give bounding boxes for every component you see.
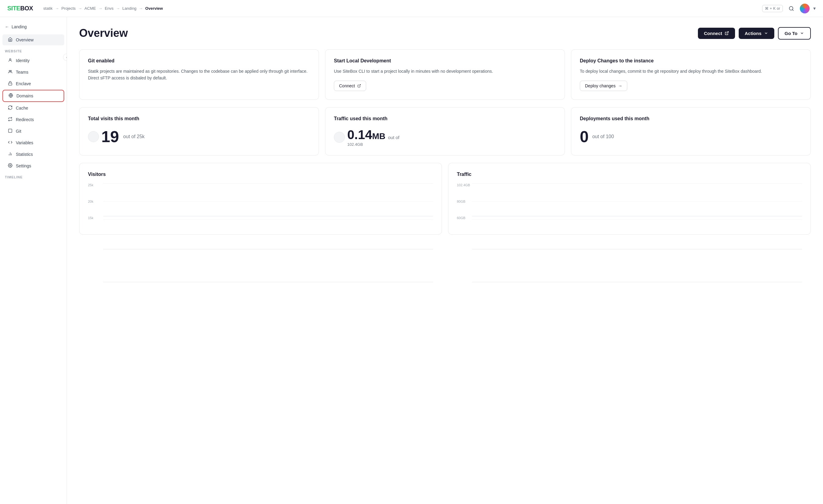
traffic-chart-card: Traffic 102.4GB 80GB 60GB xyxy=(448,163,811,235)
section-label-website: WEBSITE xyxy=(0,46,67,55)
breadcrumb-item-statik[interactable]: statik xyxy=(43,6,52,11)
home-icon xyxy=(7,37,13,43)
local-dev-card-body: Use SiteBox CLI to start a project local… xyxy=(334,68,556,74)
sidebar-item-enclave[interactable]: Enclave xyxy=(2,78,64,89)
traffic-y-label-2: 80GB xyxy=(457,200,470,203)
sidebar-item-statistics[interactable]: Statistics xyxy=(2,149,64,160)
breadcrumb-sep-1: → xyxy=(55,6,59,11)
back-arrow-icon: ← xyxy=(5,24,9,29)
svg-point-2 xyxy=(9,70,10,71)
sidebar-back-label: Landing xyxy=(12,24,27,29)
git-card-title: Git enabled xyxy=(88,58,310,63)
breadcrumb-sep-3: → xyxy=(98,6,102,11)
breadcrumb-item-envs[interactable]: Envs xyxy=(105,6,114,11)
traffic-value-row: 0.14MB out of 102.4GB xyxy=(334,128,556,147)
connect-local-label: Connect xyxy=(339,83,355,88)
svg-point-1 xyxy=(9,59,11,60)
statistics-icon xyxy=(7,152,13,157)
visitors-chart-area: 25k 20k 15k xyxy=(88,183,433,226)
deployments-number: 0 xyxy=(580,128,589,146)
logo[interactable]: SITE BOX xyxy=(7,5,33,12)
sidebar-back-button[interactable]: ← Landing xyxy=(0,22,67,34)
traffic-y-labels: 102.4GB 80GB 60GB xyxy=(457,183,470,220)
traffic-unit: MB xyxy=(372,132,386,141)
charts-grid: Visitors 25k 20k 15k xyxy=(79,163,811,235)
traffic-chart-svg xyxy=(472,183,802,282)
breadcrumb-item-landing[interactable]: Landing xyxy=(122,6,136,11)
local-dev-card: Start Local Development Use SiteBox CLI … xyxy=(325,49,565,100)
breadcrumb-sep-4: → xyxy=(116,6,120,11)
sidebar-enclave-label: Enclave xyxy=(16,81,31,86)
visitors-chart-card: Visitors 25k 20k 15k xyxy=(79,163,442,235)
topnav-left: SITE BOX statik → Projects → ACME → Envs… xyxy=(7,5,163,12)
svg-point-11 xyxy=(9,165,11,166)
page-header: Overview Connect Actions Go To xyxy=(79,27,811,39)
visitors-chart-title: Visitors xyxy=(88,172,433,177)
keyboard-shortcut[interactable]: ⌘ + K or xyxy=(762,5,783,12)
visits-circle-icon xyxy=(88,131,99,142)
domains-icon xyxy=(8,93,13,99)
traffic-y-label-3: 60GB xyxy=(457,216,470,220)
sidebar-item-identity[interactable]: Identity xyxy=(2,55,64,66)
git-enabled-card: Git enabled Statik projects are maintain… xyxy=(79,49,319,100)
breadcrumb-item-acme[interactable]: ACME xyxy=(85,6,96,11)
visitors-y-label-3: 15k xyxy=(88,216,101,220)
deployments-value-row: 0 out of 100 xyxy=(580,128,802,146)
logo-box: BOX xyxy=(20,5,33,12)
sidebar-item-teams[interactable]: Teams xyxy=(2,67,64,77)
breadcrumb: statik → Projects → ACME → Envs → Landin… xyxy=(43,6,163,11)
sidebar-item-git[interactable]: Git xyxy=(2,126,64,137)
kbd-cmd: ⌘ xyxy=(765,6,769,11)
sidebar-statistics-label: Statistics xyxy=(16,152,33,157)
visits-title: Total visits this month xyxy=(88,116,310,122)
visitors-chart-svg xyxy=(103,183,433,282)
sidebar-item-domains[interactable]: Domains xyxy=(2,90,64,102)
breadcrumb-item-projects[interactable]: Projects xyxy=(61,6,76,11)
connect-button[interactable]: Connect xyxy=(698,28,735,39)
traffic-y-label-1: 102.4GB xyxy=(457,183,470,187)
sidebar-item-redirects[interactable]: Redirects xyxy=(2,114,64,125)
deploy-changes-label: Deploy changes xyxy=(585,83,616,88)
sidebar-item-settings[interactable]: Settings xyxy=(2,160,64,171)
actions-button[interactable]: Actions xyxy=(739,28,774,39)
deploy-arrow-icon: → xyxy=(618,83,622,88)
search-button[interactable] xyxy=(787,4,796,13)
top-navigation: SITE BOX statik → Projects → ACME → Envs… xyxy=(0,0,823,17)
section-label-timeline: TIMELINE xyxy=(0,172,67,181)
deployments-suffix: out of 100 xyxy=(592,134,614,139)
deploy-card: Deploy Changes to the instance To deploy… xyxy=(571,49,811,100)
traffic-chart-area: 102.4GB 80GB 60GB xyxy=(457,183,802,226)
page-title: Overview xyxy=(79,27,128,39)
avatar[interactable] xyxy=(800,4,810,13)
breadcrumb-sep-5: → xyxy=(139,6,143,11)
stats-grid: Total visits this month 19 out of 25k Tr… xyxy=(79,107,811,156)
visits-value-row: 19 out of 25k xyxy=(88,128,310,146)
sidebar-settings-label: Settings xyxy=(16,163,31,168)
svg-line-13 xyxy=(359,85,361,87)
traffic-number-block: 0.14MB out of 102.4GB xyxy=(347,128,399,147)
visitors-y-labels: 25k 20k 15k xyxy=(88,183,101,220)
enclave-icon xyxy=(7,81,13,87)
goto-button[interactable]: Go To xyxy=(778,27,811,39)
user-menu-chevron[interactable]: ▾ xyxy=(813,5,816,11)
deploy-changes-button[interactable]: Deploy changes → xyxy=(580,80,627,91)
sidebar-teams-label: Teams xyxy=(16,70,28,74)
redirects-icon xyxy=(7,117,13,122)
connect-local-button[interactable]: Connect xyxy=(334,80,366,91)
sidebar-item-variables[interactable]: Variables xyxy=(2,137,64,148)
sidebar-domains-label: Domains xyxy=(16,94,33,98)
svg-point-3 xyxy=(10,70,12,71)
svg-rect-7 xyxy=(8,129,12,132)
traffic-title: Traffic used this month xyxy=(334,116,556,122)
svg-rect-4 xyxy=(8,83,12,85)
sidebar-identity-label: Identity xyxy=(16,58,29,63)
traffic-chart-title: Traffic xyxy=(457,172,802,177)
sidebar-item-overview[interactable]: Overview xyxy=(2,34,64,45)
goto-button-label: Go To xyxy=(785,31,797,36)
sidebar: ← Landing Overview WEBSITE Identity Team… xyxy=(0,17,67,504)
kbd-or: or xyxy=(777,6,780,11)
sidebar-item-cache[interactable]: Cache xyxy=(2,103,64,114)
cache-icon xyxy=(7,105,13,111)
breadcrumb-current: Overview xyxy=(145,6,163,11)
traffic-circle-icon xyxy=(334,132,345,143)
